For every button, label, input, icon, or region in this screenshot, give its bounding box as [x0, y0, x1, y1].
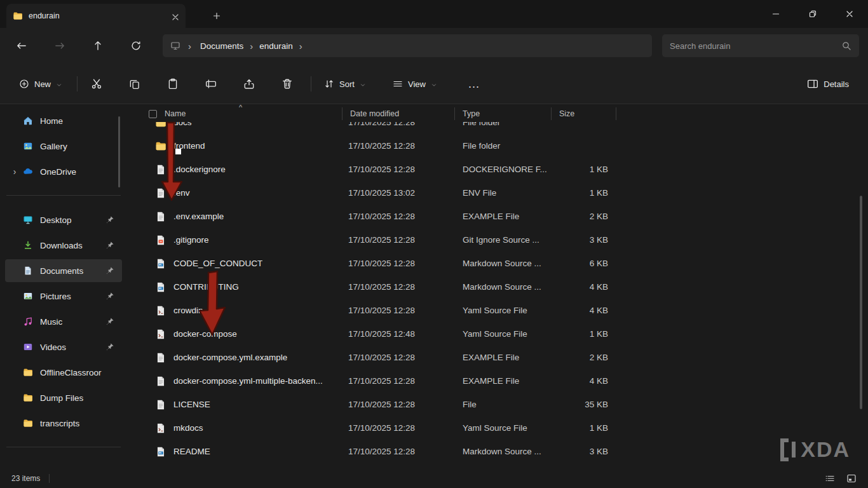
rename-button[interactable]: [197, 72, 225, 95]
file-type: Markdown Source ...: [454, 447, 551, 456]
file-row[interactable]: docker-compose17/10/2025 12:48Yaml Sourc…: [145, 322, 641, 346]
file-row[interactable]: .env17/10/2025 13:02ENV File1 KB: [145, 181, 641, 205]
file-name: README: [173, 447, 210, 456]
address-bar[interactable]: › Documents›endurain›: [163, 34, 652, 57]
sidebar-item-label: Home: [40, 116, 122, 126]
pin-icon: [105, 317, 114, 326]
file-row[interactable]: CONTRIBUTING17/10/2025 12:28Markdown Sou…: [145, 275, 641, 299]
new-button[interactable]: New: [13, 72, 69, 95]
new-tab-button[interactable]: [208, 8, 225, 24]
search-input[interactable]: [670, 41, 841, 51]
folder-icon: [23, 418, 33, 428]
toolbar-divider: [311, 76, 311, 92]
pin-icon: [105, 241, 114, 250]
search-box[interactable]: [662, 34, 859, 57]
column-divider[interactable]: [551, 107, 552, 120]
sidebar-item-onedrive[interactable]: ›OneDrive: [5, 160, 122, 183]
sidebar-item-downloads[interactable]: Downloads: [5, 234, 122, 257]
sidebar-item-home[interactable]: Home: [5, 109, 122, 132]
file-date-modified: 17/10/2025 12:28: [342, 212, 454, 221]
file-row[interactable]: .env.example17/10/2025 12:28EXAMPLE File…: [145, 205, 641, 228]
breadcrumb-segment[interactable]: endurain: [258, 40, 294, 52]
file-type: ENV File: [454, 188, 551, 198]
column-divider[interactable]: [454, 107, 455, 120]
forward-button[interactable]: [47, 33, 72, 58]
file-name: mkdocs: [173, 423, 203, 433]
column-divider[interactable]: [616, 107, 616, 120]
restore-button[interactable]: [794, 0, 831, 28]
details-button[interactable]: Details: [801, 72, 855, 95]
videos-icon: [23, 342, 33, 352]
sidebar-item-offlineclassroor[interactable]: OfflineClassroor: [5, 361, 122, 384]
titlebar: endurain: [0, 0, 868, 28]
file-row[interactable]: docker-compose.yml-multiple-backen...17/…: [145, 369, 641, 393]
sidebar: HomeGallery›OneDriveDesktopDownloadsDocu…: [0, 104, 127, 469]
delete-button[interactable]: [273, 72, 301, 95]
file-row[interactable]: frontend17/10/2025 12:28File folder: [145, 134, 641, 158]
details-view-button[interactable]: [821, 471, 839, 486]
close-button[interactable]: [831, 0, 868, 28]
new-icon: [19, 79, 29, 89]
file-type: Yaml Source File: [454, 423, 551, 433]
paste-button[interactable]: [159, 72, 187, 95]
sidebar-item-videos[interactable]: Videos: [5, 336, 122, 358]
file-md-icon: [155, 258, 166, 269]
file-size: 2 KB: [551, 212, 616, 221]
column-header-date[interactable]: Date modified: [342, 109, 454, 118]
file-row[interactable]: .dockerignore17/10/2025 12:28DOCKERIGNOR…: [145, 158, 641, 181]
sidebar-item-label: Gallery: [40, 142, 122, 151]
breadcrumb-segment[interactable]: Documents: [199, 40, 245, 52]
column-header-name[interactable]: Name: [165, 109, 186, 118]
sidebar-item-desktop[interactable]: Desktop: [5, 208, 122, 231]
sidebar-item-dump-files[interactable]: Dump Files: [5, 386, 122, 409]
file-row[interactable]: .gitignore17/10/2025 12:28Git Ignore Sou…: [145, 228, 641, 252]
tab-close-icon[interactable]: [172, 12, 179, 20]
file-row[interactable]: docker-compose.yml.example17/10/2025 12:…: [145, 346, 641, 369]
view-button[interactable]: View: [386, 72, 444, 95]
file-row[interactable]: mkdocs17/10/2025 12:28Yaml Source File1 …: [145, 416, 641, 440]
gallery-icon: [23, 141, 33, 151]
chevron-right-icon[interactable]: ›: [294, 41, 308, 51]
column-divider[interactable]: [342, 107, 342, 120]
cut-button[interactable]: [83, 72, 111, 95]
chevron-right-icon[interactable]: ›: [245, 41, 258, 51]
sidebar-item-documents[interactable]: Documents: [5, 259, 122, 282]
sidebar-item-music[interactable]: Music: [5, 310, 122, 333]
content-scrollbar[interactable]: [860, 196, 862, 409]
up-button[interactable]: [85, 33, 111, 58]
file-type: DOCKERIGNORE F...: [454, 165, 551, 174]
file-type: File folder: [454, 122, 551, 127]
column-header-size[interactable]: Size: [551, 109, 616, 118]
sidebar-scrollbar[interactable]: [118, 116, 120, 187]
sidebar-item-gallery[interactable]: Gallery: [5, 135, 122, 158]
sort-ascending-caret: ^: [239, 104, 242, 111]
sort-button[interactable]: Sort: [318, 72, 372, 95]
sidebar-item-transcripts[interactable]: transcripts: [5, 412, 122, 435]
sidebar-item-pictures[interactable]: Pictures: [5, 285, 122, 308]
refresh-button[interactable]: [123, 33, 149, 58]
more-button[interactable]: ...: [461, 72, 487, 95]
file-row[interactable]: README17/10/2025 12:28Markdown Source ..…: [145, 440, 641, 463]
chevron-right-icon[interactable]: ›: [183, 41, 196, 51]
file-date-modified: 17/10/2025 12:48: [342, 329, 454, 339]
file-name: .gitignore: [173, 235, 209, 245]
file-row[interactable]: docs17/10/2025 12:28File folder: [145, 122, 641, 134]
file-row[interactable]: crowdin17/10/2025 12:28Yaml Source File4…: [145, 299, 641, 322]
minimize-button[interactable]: [757, 0, 794, 28]
sidebar-item-label: Music: [40, 317, 105, 327]
file-date-modified: 17/10/2025 12:28: [342, 259, 454, 268]
file-name: CODE_OF_CONDUCT: [173, 259, 262, 268]
file-name: LICENSE: [173, 400, 210, 409]
select-all-checkbox[interactable]: [149, 110, 157, 118]
column-header-type[interactable]: Type: [454, 109, 551, 118]
icons-view-button[interactable]: [843, 471, 860, 486]
chevron-expand-icon[interactable]: ›: [9, 166, 20, 177]
explorer-tab[interactable]: endurain: [6, 4, 186, 28]
file-type: Git Ignore Source ...: [454, 235, 551, 245]
file-row[interactable]: CODE_OF_CONDUCT17/10/2025 12:28Markdown …: [145, 252, 641, 275]
copy-button[interactable]: [121, 72, 149, 95]
file-row[interactable]: LICENSE17/10/2025 12:28File35 KB: [145, 393, 641, 416]
share-button[interactable]: [235, 72, 263, 95]
back-button[interactable]: [9, 33, 34, 58]
new-label: New: [34, 79, 51, 89]
